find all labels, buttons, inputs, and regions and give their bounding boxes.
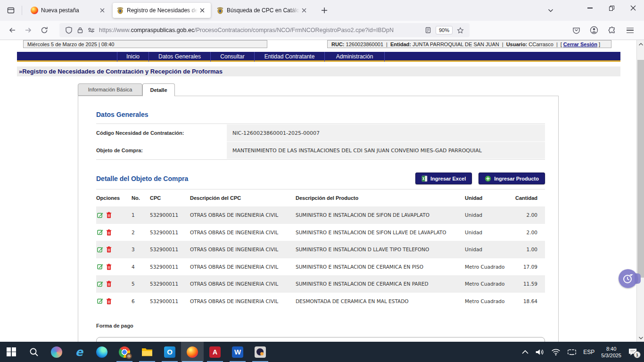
keyboard-language[interactable]: ESP bbox=[583, 349, 594, 355]
button-label: Ingresar Producto bbox=[494, 176, 539, 181]
tab-close-icon[interactable] bbox=[198, 6, 207, 15]
delete-trash-icon[interactable] bbox=[106, 229, 112, 236]
window-restore-button[interactable] bbox=[601, 0, 622, 16]
cell-no: 2 bbox=[132, 230, 150, 235]
logout-link[interactable]: Cerrar Sesión bbox=[563, 41, 597, 47]
scrollbar-thumb[interactable] bbox=[637, 60, 644, 278]
ingresar-excel-button[interactable]: Ingresar Excel bbox=[415, 173, 472, 184]
zoom-level-chip[interactable]: 90% bbox=[436, 26, 453, 34]
menu-item-inicio[interactable]: Inicio bbox=[117, 52, 149, 60]
menu-hamburger-icon[interactable] bbox=[623, 24, 636, 37]
extensions-icon[interactable] bbox=[605, 24, 619, 37]
site-datetime: Miércoles 5 de Marzo de 2025 | 08:40 bbox=[27, 41, 114, 47]
edit-icon[interactable] bbox=[97, 212, 103, 218]
field-value: NIC-1260023860001-2025-00007 bbox=[227, 124, 545, 141]
floating-timer-widget[interactable] bbox=[619, 269, 640, 288]
ruc-label: RUC: bbox=[331, 41, 345, 47]
permissions-icon[interactable] bbox=[86, 25, 97, 36]
tray-clock[interactable]: 8:40 5/3/2025 bbox=[601, 346, 621, 359]
menu-item-consultar[interactable]: Consultar bbox=[211, 52, 254, 60]
internet-explorer-icon[interactable]: e bbox=[68, 342, 91, 362]
bracket-close: ] bbox=[599, 41, 600, 47]
lock-icon[interactable] bbox=[74, 25, 86, 36]
menu-item-datos-generales[interactable]: Datos Generales bbox=[149, 52, 210, 60]
word-icon[interactable]: W bbox=[226, 342, 249, 362]
delete-trash-icon[interactable] bbox=[106, 212, 112, 218]
edit-icon[interactable] bbox=[97, 281, 103, 287]
new-tab-button[interactable] bbox=[317, 3, 331, 17]
tray-chevron-up-icon[interactable] bbox=[522, 350, 528, 354]
connect-display-icon[interactable] bbox=[567, 348, 577, 356]
delete-trash-icon[interactable] bbox=[106, 246, 112, 253]
wifi-icon[interactable] bbox=[551, 348, 561, 356]
outlook-icon[interactable]: O bbox=[158, 342, 181, 362]
clock-flame-icon[interactable] bbox=[619, 269, 637, 288]
delete-trash-icon[interactable] bbox=[106, 280, 112, 287]
tab-detalle[interactable]: Detalle bbox=[142, 83, 175, 96]
ingresar-producto-button[interactable]: Ingresar Producto bbox=[479, 173, 545, 184]
page-scrollbar[interactable] bbox=[636, 40, 644, 342]
cell-cpc: 532900011 bbox=[150, 298, 190, 304]
tray-time: 8:40 bbox=[601, 346, 621, 352]
eclipse-icon[interactable] bbox=[249, 342, 272, 362]
col-cpc: CPC bbox=[150, 195, 190, 201]
copilot-icon[interactable] bbox=[45, 342, 68, 362]
cell-cpc-desc: OTRAS OBRAS DE INGENIERIA CIVIL bbox=[190, 281, 296, 287]
bookmark-star-icon[interactable] bbox=[454, 25, 466, 36]
reader-mode-icon[interactable] bbox=[422, 25, 434, 36]
list-all-tabs-button[interactable] bbox=[543, 3, 558, 17]
ecuador-emblem-icon bbox=[116, 7, 124, 14]
url-bar[interactable]: https://www.compraspublicas.gob.ec/Proce… bbox=[59, 23, 470, 37]
cell-unit: Metro Cuadrado bbox=[465, 298, 512, 304]
site-session-box: RUC: 1260023860001 | Entidad: JUNTA PARR… bbox=[327, 40, 611, 48]
acrobat-icon[interactable]: A bbox=[204, 342, 226, 362]
reload-button[interactable] bbox=[37, 23, 52, 37]
edit-icon[interactable] bbox=[97, 247, 103, 253]
forward-button[interactable] bbox=[21, 23, 36, 37]
edit-icon[interactable] bbox=[97, 263, 103, 270]
tab-registro-necesidades[interactable]: Registro de Necesidades de Co bbox=[113, 3, 211, 18]
tab-busqueda-cpc[interactable]: Búsqueda de CPC en Catálogo E bbox=[213, 3, 313, 18]
delete-trash-icon[interactable] bbox=[106, 263, 112, 270]
menu-item-administracion[interactable]: Administración bbox=[325, 52, 384, 60]
tray-date: 5/3/2025 bbox=[601, 352, 621, 359]
cell-cpc-desc: OTRAS OBRAS DE INGENIERIA CIVIL bbox=[190, 230, 296, 235]
menu-item-entidad-contratante[interactable]: Entidad Contratante bbox=[255, 52, 324, 60]
edit-icon[interactable] bbox=[97, 298, 103, 304]
page-title-bar: »Registro de Necesidades de Contratación… bbox=[17, 66, 620, 76]
tab-close-icon[interactable] bbox=[299, 6, 309, 15]
window-minimize-button[interactable] bbox=[579, 0, 601, 16]
browser-tab-bar: Nueva pestaña Registro de Necesidades de… bbox=[0, 0, 644, 21]
scroll-up-arrow[interactable] bbox=[637, 40, 644, 48]
row-options bbox=[96, 229, 132, 236]
search-icon[interactable] bbox=[23, 342, 45, 362]
file-explorer-icon[interactable] bbox=[136, 342, 158, 362]
notification-center-icon[interactable]: 1 bbox=[628, 348, 637, 356]
delete-trash-icon[interactable] bbox=[106, 298, 112, 304]
browser-toolbar: https://www.compraspublicas.gob.ec/Proce… bbox=[0, 21, 644, 40]
tab-nueva-pestana[interactable]: Nueva pestaña bbox=[27, 3, 111, 18]
edge-icon[interactable] bbox=[91, 342, 113, 362]
ruc-value: 1260023860001 bbox=[346, 41, 384, 47]
scroll-down-arrow[interactable] bbox=[637, 334, 644, 342]
window-close-button[interactable] bbox=[622, 0, 644, 16]
chrome-icon[interactable]: G bbox=[113, 342, 136, 362]
entity-label: Entidad: bbox=[390, 41, 411, 47]
edit-icon[interactable] bbox=[97, 229, 103, 235]
cell-cpc-desc: OTRAS OBRAS DE INGENIERIA CIVIL bbox=[190, 247, 296, 252]
cell-qty: 1.00 bbox=[512, 247, 545, 252]
firefox-taskbar-icon[interactable] bbox=[181, 342, 204, 362]
pocket-icon[interactable] bbox=[570, 24, 583, 37]
tab-informacion-basica[interactable]: Información Básica bbox=[78, 83, 142, 96]
tab-close-icon[interactable] bbox=[98, 6, 107, 15]
notification-count-badge: 1 bbox=[634, 351, 641, 358]
col-desc-cpc: Descripción del CPC bbox=[190, 195, 296, 201]
firefox-view-icon[interactable] bbox=[4, 3, 18, 17]
table-row: 2532900011OTRAS OBRAS DE INGENIERIA CIVI… bbox=[96, 224, 545, 241]
account-icon[interactable] bbox=[587, 24, 601, 37]
speaker-icon[interactable] bbox=[535, 348, 545, 356]
tracking-shield-icon[interactable] bbox=[63, 25, 74, 36]
forma-de-pago-box[interactable] bbox=[96, 337, 545, 342]
start-button[interactable] bbox=[0, 342, 23, 362]
back-button[interactable] bbox=[5, 23, 20, 37]
